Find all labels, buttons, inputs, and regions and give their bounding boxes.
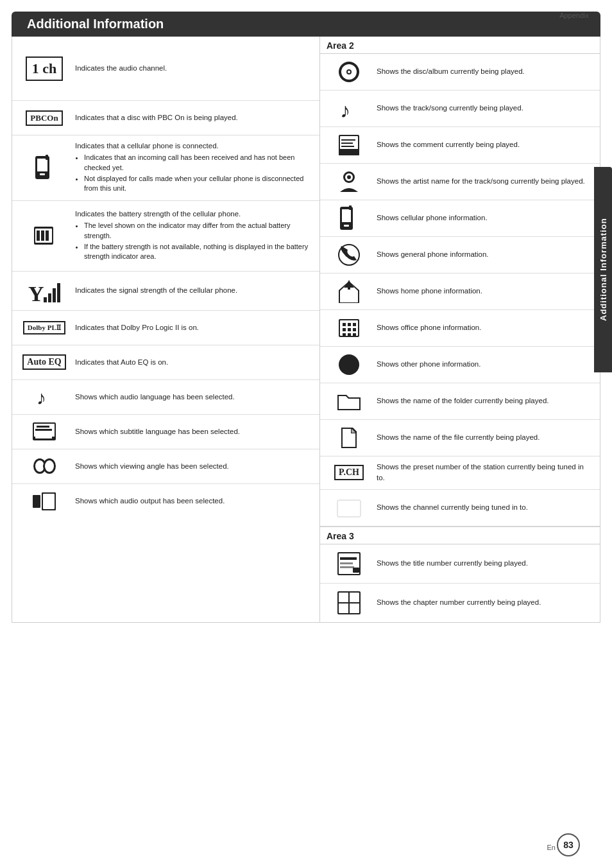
folder-icon — [335, 388, 363, 414]
icon-cell-file — [327, 425, 371, 451]
svg-marker-50 — [346, 280, 352, 285]
general-phone-icon — [335, 242, 363, 268]
table-row: Shows the disc/album currently being pla… — [320, 54, 600, 91]
other-phone-icon — [336, 352, 362, 378]
icon-cell-pbc: PBCOn — [19, 110, 70, 126]
svg-rect-1 — [37, 159, 47, 173]
svg-rect-56 — [353, 323, 356, 326]
file-icon — [336, 425, 362, 451]
svg-text:Y: Y — [28, 282, 44, 305]
svg-point-31 — [348, 71, 350, 73]
table-row: Shows the name of the file currently bei… — [320, 420, 600, 456]
desc-office-phone: Shows office phone information. — [371, 322, 593, 333]
icon-cell-office-phone — [327, 315, 371, 341]
desc-cellphone: Indicates that a cellular phone is conne… — [70, 141, 313, 195]
svg-rect-69 — [340, 566, 354, 568]
icon-cell-channel — [327, 495, 371, 521]
desc-other-phone: Shows other phone information. — [371, 359, 593, 370]
svg-rect-14 — [57, 283, 60, 302]
table-row: Shows the title number currently being p… — [320, 544, 600, 584]
right-column: Area 2 Shows the disc/album currently be… — [320, 37, 600, 622]
table-row: Shows cellular phone information. — [320, 200, 600, 237]
svg-rect-44 — [344, 225, 349, 227]
svg-rect-62 — [353, 333, 356, 336]
table-row: Shows the name of the folder currently b… — [320, 383, 600, 420]
desc-track: Shows the track/song currently being pla… — [371, 103, 593, 114]
table-row: 1 ch Indicates the audio channel. — [12, 37, 319, 101]
svg-rect-43 — [342, 209, 351, 222]
en-label: En — [547, 844, 556, 851]
desc-home-phone: Shows home phone information. — [371, 286, 593, 297]
left-column: 1 ch Indicates the audio channel. PBCOn … — [12, 37, 320, 622]
icon-cell-other-phone — [327, 352, 371, 378]
table-row: Shows the comment currently being played… — [320, 127, 600, 164]
comment-icon — [336, 132, 362, 158]
icon-cell-home-phone — [327, 279, 371, 304]
pbc-icon: PBCOn — [26, 110, 62, 126]
icon-cell-folder — [327, 388, 371, 414]
icon-cell-comment — [327, 132, 371, 158]
icon-cell-audio-lang: ♪ — [19, 385, 70, 408]
list-item: Not displayed for calls made when your c… — [84, 174, 313, 194]
svg-point-24 — [45, 460, 54, 472]
svg-text:♪: ♪ — [37, 387, 46, 408]
svg-rect-12 — [48, 293, 51, 302]
table-row: Shows the artist name for the track/song… — [320, 164, 600, 200]
icon-cell-track: ♪ — [327, 96, 371, 121]
appendix-label: Appendix — [559, 12, 589, 19]
svg-rect-20 — [35, 429, 52, 431]
svg-rect-11 — [44, 297, 47, 302]
disc-icon — [336, 59, 362, 85]
desc-dolby: Indicates that Dolby Pro Logic II is on. — [70, 322, 313, 333]
svg-rect-4 — [46, 155, 48, 160]
svg-rect-51 — [348, 284, 350, 290]
svg-rect-13 — [53, 288, 56, 302]
table-row: Shows other phone information. — [320, 347, 600, 383]
desc-pbc: Indicates that a disc with PBC On is bei… — [70, 112, 313, 123]
desc-folder: Shows the name of the folder currently b… — [371, 395, 593, 406]
svg-rect-27 — [43, 494, 55, 509]
desc-autoeq: Indicates that Auto EQ is on. — [70, 357, 313, 368]
icon-cell-pch: P.CH — [327, 465, 371, 480]
svg-rect-19 — [37, 426, 49, 428]
desc-channel: Shows the channel currently being tuned … — [371, 502, 593, 513]
svg-rect-3 — [40, 173, 45, 175]
icon-cell-chapter-num — [327, 589, 371, 617]
svg-point-63 — [339, 354, 359, 375]
battery-icon — [30, 221, 58, 250]
icon-cell-title-num — [327, 550, 371, 578]
svg-rect-70 — [353, 568, 359, 573]
table-row: PBCOn Indicates that a disc with PBC On … — [12, 101, 319, 135]
svg-rect-67 — [340, 557, 357, 560]
icon-cell-cell-info — [327, 205, 371, 231]
desc-audio-output: Shows which audio output has been select… — [70, 496, 313, 507]
table-row: Shows office phone information. — [320, 310, 600, 347]
svg-rect-64 — [337, 500, 361, 517]
table-row: P.CH Shows the preset number of the stat… — [320, 456, 600, 490]
page-title: Additional Information — [12, 12, 600, 37]
audio-output-icon — [30, 490, 58, 513]
svg-rect-35 — [339, 149, 359, 155]
icon-cell-disc — [327, 59, 371, 85]
desc-battery: Indicates the battery strength of the ce… — [70, 209, 313, 263]
channel-icon — [335, 495, 363, 521]
icon-cell-autoeq: Auto EQ — [19, 354, 70, 370]
icon-cell-1ch: 1 ch — [19, 56, 70, 81]
dolby-icon: Dolby PLⅡ — [23, 321, 65, 334]
area3-heading: Area 3 — [320, 526, 600, 544]
svg-rect-25 — [33, 495, 40, 508]
icon-cell-artist — [327, 169, 371, 195]
table-row: Shows general phone information. — [320, 237, 600, 273]
svg-rect-59 — [353, 328, 356, 331]
desc-subtitle: Shows which subtitle language has been s… — [70, 426, 313, 437]
pch-icon: P.CH — [334, 465, 364, 480]
svg-rect-54 — [343, 323, 346, 326]
icon-cell-dolby: Dolby PLⅡ — [19, 321, 70, 334]
table-row: Shows which subtitle language has been s… — [12, 415, 319, 449]
chapter-num-icon — [335, 589, 363, 617]
track-icon: ♪ — [336, 96, 362, 121]
table-row: Shows the channel currently being tuned … — [320, 490, 600, 526]
home-phone-icon — [335, 279, 363, 304]
table-row: ♪ Shows which audio language has been se… — [12, 380, 319, 415]
subtitle-icon — [30, 420, 58, 443]
